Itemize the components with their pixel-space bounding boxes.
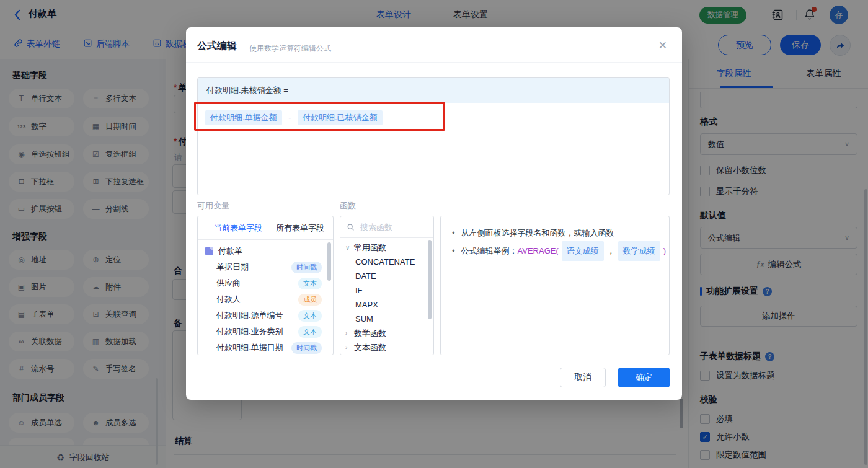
dialog-title: 公式编辑 — [197, 40, 237, 53]
field-chip: 语文成绩 — [562, 241, 604, 261]
variable-row[interactable]: 付款明细.源单编号 文本 — [198, 307, 333, 324]
function-item[interactable]: MAPX — [340, 298, 433, 312]
variable-row[interactable]: 付款人 成员 — [198, 291, 333, 307]
variable-row[interactable]: 单据日期 时间戳 — [198, 259, 333, 275]
hints-panel: • 从左侧面板选择字段名和函数，或输入函数 • 公式编辑举例： AVERAGE(… — [440, 216, 670, 355]
type-badge: 文本 — [298, 310, 322, 322]
type-badge: 时间戳 — [291, 342, 322, 354]
type-badge: 成员 — [298, 294, 322, 306]
form-root-node[interactable]: 付款单 — [198, 243, 333, 259]
group-math-functions[interactable]: › 数学函数 — [340, 326, 433, 340]
formula-target: 付款明细.未核销金额 = — [198, 78, 669, 103]
function-item[interactable]: CONCATENATE — [340, 255, 433, 269]
chevron-down-icon: ∨ — [345, 244, 354, 251]
type-badge: 时间戳 — [291, 262, 322, 273]
app-screen: 付款单 表单设计 表单设置 数据管理 存 表单外链 后端脚本 数据权 预览 保 — [0, 0, 868, 468]
functions-panel: ∨ 常用函数 CONCATENATE DATE IF MAPX SUM › 数学… — [340, 216, 434, 355]
variables-panel: 当前表单字段 所有表单字段 付款单 单据日期 时间戳 供应商 文本 付款人 — [197, 216, 334, 355]
hint-example-line: • 公式编辑举例： AVERAGE( 语文成绩 ， 数学成绩 ) — [452, 241, 658, 261]
functions-label: 函数 — [340, 200, 356, 211]
tab-current-form-fields[interactable]: 当前表单字段 — [214, 223, 262, 234]
form-doc-icon — [205, 247, 213, 255]
hint-line: • 从左侧面板选择字段名和函数，或输入函数 — [452, 225, 658, 241]
function-search — [340, 216, 433, 238]
group-common-functions[interactable]: ∨ 常用函数 — [340, 241, 433, 255]
dialog-subtitle: 使用数学运算符编辑公式 — [249, 43, 331, 54]
variables-tabs: 当前表单字段 所有表单字段 — [198, 216, 333, 240]
search-input[interactable] — [359, 222, 423, 232]
functions-tree: ∨ 常用函数 CONCATENATE DATE IF MAPX SUM › 数学… — [340, 238, 433, 355]
close-paren: ) — [663, 243, 666, 259]
tab-all-form-fields[interactable]: 所有表单字段 — [276, 223, 324, 234]
field-chip: 数学成绩 — [618, 241, 660, 261]
function-item[interactable]: IF — [340, 283, 433, 298]
type-badge: 文本 — [298, 278, 322, 289]
formula-edit-dialog: 公式编辑 使用数学运算符编辑公式 ✕ 付款明细.未核销金额 = 付款明细.单据金… — [186, 27, 682, 400]
scrollbar[interactable] — [428, 240, 432, 319]
variable-row[interactable]: 供应商 文本 — [198, 275, 333, 291]
type-badge: 文本 — [298, 326, 322, 338]
variable-row[interactable]: 付款明细.业务类别 文本 — [198, 324, 333, 340]
function-item[interactable]: SUM — [340, 312, 433, 326]
search-icon — [347, 223, 355, 231]
close-icon[interactable]: ✕ — [658, 39, 667, 52]
function-item[interactable]: DATE — [340, 269, 433, 283]
confirm-button[interactable]: 确定 — [618, 368, 670, 387]
variables-label: 可用变量 — [197, 200, 229, 211]
group-text-functions[interactable]: › 文本函数 — [340, 340, 433, 355]
formula-expression-area[interactable]: 付款明细.单据金额 - 付款明细.已核销金额 — [198, 103, 669, 133]
field-chip: 付款明细.已核销金额 — [298, 110, 383, 125]
variable-row[interactable]: 付款明细.单据日期 时间戳 — [198, 340, 333, 355]
minus-operator: - — [288, 113, 291, 122]
chevron-right-icon: › — [345, 330, 354, 337]
function-name: AVERAGE( — [518, 243, 559, 259]
formula-editor: 付款明细.未核销金额 = 付款明细.单据金额 - 付款明细.已核销金额 — [197, 77, 670, 195]
chevron-right-icon: › — [345, 344, 354, 351]
variables-tree: 付款单 单据日期 时间戳 供应商 文本 付款人 成员 付款明细.源单编号 文本 — [198, 240, 333, 355]
scrollbar[interactable] — [327, 242, 331, 281]
cancel-button[interactable]: 取消 — [560, 368, 606, 387]
field-chip: 付款明细.单据金额 — [205, 110, 282, 125]
header-divider — [186, 62, 682, 63]
